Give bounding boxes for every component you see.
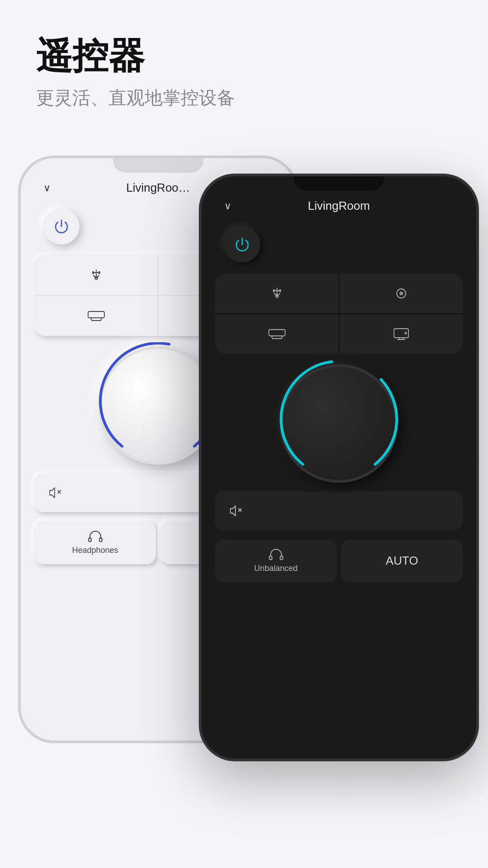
input-grid-dark [215, 274, 463, 354]
input-hdmi-dark[interactable] [215, 314, 338, 354]
volume-knob-dark[interactable] [280, 365, 398, 482]
phone-dark: ∨ LivingRoom [199, 174, 479, 761]
volume-knob-container-dark [215, 365, 463, 482]
headphones-label-light: Headphones [72, 546, 118, 555]
svg-point-21 [281, 366, 397, 481]
input-optical-dark[interactable] [339, 274, 463, 313]
input-tv-dark[interactable] [339, 314, 463, 354]
svg-point-20 [405, 333, 406, 334]
input-hdmi-light[interactable] [34, 296, 158, 336]
phones-container: ∨ LivingRoo… [0, 137, 488, 843]
power-icon-light [53, 218, 70, 235]
room-label-dark: LivingRoom [308, 199, 370, 213]
page-title: 遥控器 [36, 36, 452, 76]
optical-icon-dark [394, 286, 408, 301]
input-usb-dark[interactable] [215, 274, 338, 313]
room-label-light: LivingRoo… [126, 181, 190, 195]
screen-header-dark: ∨ LivingRoom [215, 199, 463, 213]
power-btn-wrap-dark [224, 226, 463, 263]
svg-rect-4 [88, 311, 104, 318]
mute-row-dark [215, 491, 463, 530]
usb-icon-dark [270, 286, 284, 301]
power-btn-side-dark[interactable] [476, 276, 479, 312]
volume-arc-dark [276, 360, 402, 487]
chevron-icon-dark[interactable]: ∨ [224, 200, 231, 212]
output-headphones-light[interactable]: Headphones [34, 521, 156, 564]
auto-label-dark: AUTO [386, 554, 418, 568]
hdmi-icon-dark [268, 329, 286, 340]
power-button-dark[interactable] [224, 226, 260, 263]
output-unbalanced-dark[interactable]: Unbalanced [215, 539, 337, 582]
svg-point-16 [400, 293, 402, 294]
chevron-icon-light[interactable]: ∨ [43, 182, 51, 194]
hdmi-icon-light [87, 311, 105, 321]
unbalanced-label-dark: Unbalanced [254, 564, 297, 573]
input-usb-light[interactable] [34, 255, 158, 295]
phone-dark-screen: ∨ LivingRoom [202, 176, 476, 759]
output-auto-dark[interactable]: AUTO [341, 539, 463, 582]
page-header: 遥控器 更灵活、直观地掌控设备 [0, 0, 488, 128]
svg-rect-17 [269, 330, 285, 336]
output-row-dark: Unbalanced AUTO [215, 539, 463, 582]
power-button-light[interactable] [43, 208, 80, 245]
svg-rect-18 [394, 329, 408, 338]
mute-icon-light [48, 486, 61, 500]
tv-icon-dark [393, 328, 409, 340]
headphones-icon-light [88, 530, 103, 543]
page-subtitle: 更灵活、直观地掌控设备 [36, 85, 452, 110]
mute-button-dark[interactable] [215, 491, 463, 530]
power-icon-dark [234, 236, 250, 253]
usb-icon-light [89, 268, 103, 283]
mute-icon-dark [229, 504, 242, 518]
headphones-icon-dark [268, 548, 284, 561]
